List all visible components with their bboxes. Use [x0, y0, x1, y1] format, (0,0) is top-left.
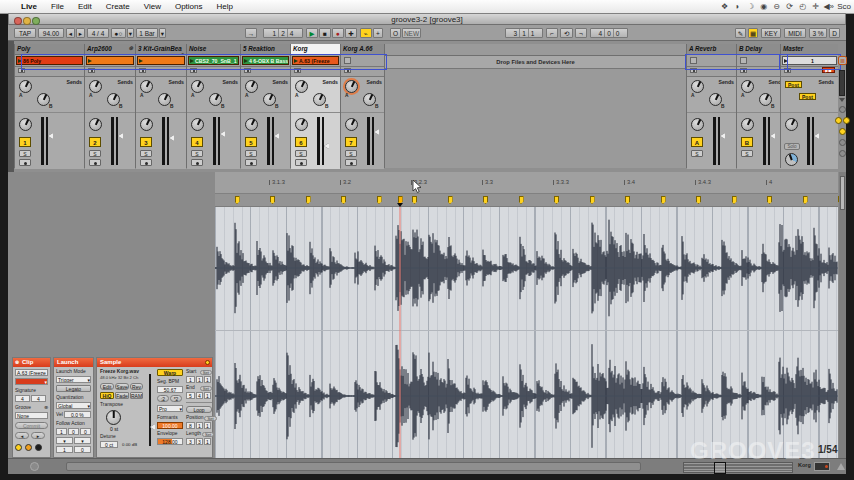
set-start-button[interactable]: Set	[200, 370, 212, 375]
return-activator[interactable]: B	[741, 137, 753, 147]
send-a-knob[interactable]	[691, 80, 704, 93]
send-b-post-toggle[interactable]: Post	[799, 93, 816, 100]
volume-fader[interactable]	[41, 117, 50, 165]
scene-play-icon[interactable]	[784, 59, 788, 63]
loop-position-bars[interactable]: 8	[186, 422, 195, 429]
track-activator[interactable]: 3	[140, 137, 152, 147]
drop-zone[interactable]: Drop Files and Devices Here	[384, 44, 686, 168]
automation-arm-button[interactable]: ⌁	[360, 28, 372, 38]
empty-clip-slot[interactable]	[740, 57, 747, 64]
solo-button[interactable]: S	[245, 150, 257, 157]
clip-stop-button[interactable]	[88, 68, 95, 73]
groove-chooser[interactable]: None	[15, 412, 48, 419]
follow-button[interactable]: →	[245, 28, 257, 38]
menu-live[interactable]: Live	[14, 0, 44, 13]
minus-icon[interactable]: ⊖	[770, 2, 783, 11]
resize-grip[interactable]	[837, 463, 845, 470]
track-activator[interactable]: 5	[245, 137, 257, 147]
solo-button[interactable]: S	[19, 150, 31, 157]
menu-view[interactable]: View	[137, 0, 168, 13]
warp-marker[interactable]	[732, 196, 737, 204]
clip-deactivate-icon[interactable]: ⊗	[15, 358, 19, 367]
launch-mode-select[interactable]: Trigger ▾	[56, 376, 91, 383]
loop-button[interactable]: ⟲	[560, 28, 573, 38]
warp-marker[interactable]	[306, 196, 311, 204]
window-title-bar[interactable]: groove3-2 [groove3]	[8, 13, 846, 25]
pan-knob[interactable]	[691, 118, 704, 131]
draw-mode-button[interactable]: ✎	[735, 28, 746, 38]
double-bpm-button[interactable]: *2	[170, 395, 182, 402]
clip-play-icon[interactable]	[190, 59, 194, 63]
clip-slot[interactable]: 4 6-OBX B Bass	[242, 56, 289, 65]
clip-play-icon[interactable]	[18, 59, 22, 63]
fade-toggle[interactable]: Fade	[115, 392, 129, 399]
loop-length-bars[interactable]: 3	[186, 438, 195, 445]
scene-slot[interactable]: 1	[782, 56, 837, 65]
clip-stop-button[interactable]	[740, 68, 747, 73]
waveform-left-channel[interactable]	[215, 207, 838, 330]
groove-hot-swap-icon[interactable]: ⊛	[44, 405, 48, 411]
show-io-toggle[interactable]	[839, 106, 846, 113]
clip-stop-button[interactable]	[139, 68, 146, 73]
cue-solo-button[interactable]: Solo	[784, 143, 800, 150]
arm-button[interactable]	[245, 159, 257, 166]
loop-position-sixteenths[interactable]: 1	[204, 422, 211, 429]
clip-stop-button[interactable]	[344, 68, 351, 73]
warp-marker[interactable]	[625, 196, 630, 204]
pan-knob[interactable]	[741, 118, 754, 131]
arm-button[interactable]	[295, 159, 307, 166]
menu-file[interactable]: File	[44, 0, 71, 13]
beat-time-ruler[interactable]: 3.1.33.23.2.33.33.3.33.43.4.34	[215, 172, 838, 194]
clip-stop-button[interactable]	[784, 68, 791, 73]
tap-tempo-button[interactable]: TAP	[14, 28, 36, 38]
set-end-button[interactable]: Set	[200, 386, 212, 391]
track-header[interactable]: Korg A.66	[341, 44, 384, 55]
overdub-button[interactable]: ✚	[345, 28, 357, 38]
volume-fader[interactable]	[763, 117, 772, 165]
commit-groove-button[interactable]: Commit	[15, 422, 48, 429]
quantize-menu[interactable]: 1 Bar	[136, 28, 158, 38]
hot-swap-icon[interactable]: ⊛	[128, 45, 133, 51]
browser-hot-swap-button[interactable]: III	[838, 56, 847, 65]
pan-knob[interactable]	[295, 118, 308, 131]
fader-handle[interactable]	[814, 133, 819, 139]
new-button[interactable]: NEW	[402, 28, 421, 38]
waveform-right-channel[interactable]	[215, 331, 838, 458]
track-header[interactable]: B Delay	[737, 44, 786, 55]
menu-bar-user[interactable]: Sco	[835, 2, 854, 11]
moon-icon[interactable]: ☽	[744, 2, 757, 11]
warp-marker[interactable]	[696, 196, 701, 204]
tempo-field[interactable]: 94.00	[38, 28, 64, 38]
track-header[interactable]: Master	[781, 44, 838, 55]
loop-position-beats[interactable]: 1	[196, 422, 203, 429]
arm-button[interactable]	[345, 159, 357, 166]
clip-play-icon[interactable]	[139, 59, 143, 63]
warp-marker[interactable]	[483, 196, 488, 204]
loop-start-field[interactable]: 311	[505, 28, 543, 38]
warp-marker[interactable]	[661, 196, 666, 204]
detune-field[interactable]: 0 ct	[100, 441, 118, 448]
warp-marker-strip[interactable]	[215, 194, 838, 207]
empty-clip-slot[interactable]	[344, 57, 351, 64]
warp-marker[interactable]	[235, 196, 240, 204]
pan-knob[interactable]	[89, 118, 102, 131]
end-beats[interactable]: 4	[196, 392, 203, 399]
stop-button[interactable]: ■	[319, 28, 331, 38]
solo-button[interactable]: S	[295, 150, 307, 157]
nudge-up-button[interactable]: ▸	[76, 28, 85, 38]
volume-fader[interactable]	[213, 117, 222, 165]
track-activator[interactable]: 1	[19, 137, 31, 147]
hiq-toggle[interactable]: HiQ	[100, 392, 114, 399]
time-signature-field[interactable]: 4 / 4	[87, 28, 109, 38]
return-activator[interactable]: A	[691, 137, 703, 147]
fader-handle[interactable]	[324, 143, 329, 149]
fader-handle[interactable]	[220, 131, 225, 137]
track-activator[interactable]: 7	[345, 137, 357, 147]
velocity-field[interactable]: 0.0 %	[64, 411, 91, 418]
ink-icon[interactable]: ◗	[731, 2, 744, 11]
send-a-post-toggle[interactable]: Post	[785, 81, 802, 88]
sync-icon[interactable]: ⟳	[783, 2, 796, 11]
pan-knob[interactable]	[785, 118, 798, 131]
track-header[interactable]: A Reverb	[687, 44, 736, 55]
crossfade-b-toggle[interactable]	[843, 117, 850, 124]
